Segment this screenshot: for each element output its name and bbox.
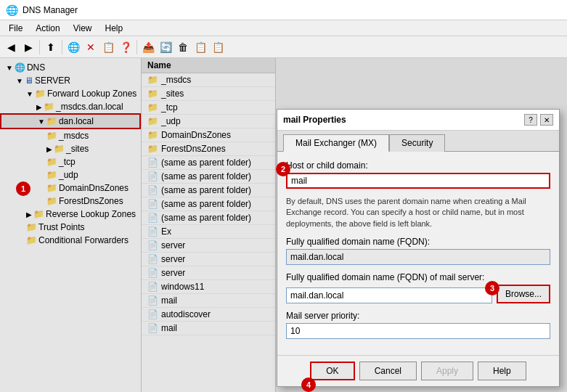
toolbar-forward[interactable]: ▶ — [20, 39, 36, 55]
host-input[interactable] — [286, 173, 550, 189]
dialog-tabs: Mail Exchanger (MX) Security — [277, 131, 559, 152]
toolbar: ◀ ▶ ⬆ 🌐 ✕ 📋 ❓ 📤 🔄 🗑 📋 📋 — [0, 36, 567, 58]
app-title: DNS Manager — [23, 5, 78, 15]
dialog-overlay: mail Properties ? ✕ Mail Exchanger (MX) … — [0, 58, 567, 392]
apply-button[interactable]: Apply — [421, 362, 473, 380]
cancel-button[interactable]: Cancel — [359, 362, 417, 380]
fqdn-input — [286, 249, 550, 265]
annotation-3: 3 — [485, 281, 499, 295]
toolbar-delete[interactable]: ✕ — [83, 39, 99, 55]
toolbar-sep-3 — [136, 40, 137, 54]
toolbar-help[interactable]: ❓ — [118, 39, 134, 55]
dialog-close-btn[interactable]: ✕ — [540, 114, 553, 126]
fqdn-server-field-group: Fully qualified domain name (FQDN) of ma… — [286, 272, 550, 303]
menu-bar: File Action View Help — [0, 20, 567, 36]
toolbar-refresh[interactable]: 🔄 — [158, 39, 174, 55]
dialog-title: mail Properties — [283, 115, 346, 125]
title-bar: 🌐 DNS Manager — [0, 0, 567, 20]
toolbar-properties[interactable]: 📋 — [100, 39, 116, 55]
ok-button[interactable]: OK — [310, 362, 354, 380]
toolbar-new-window[interactable]: 🗑 — [175, 39, 191, 55]
info-text: By default, DNS uses the parent domain n… — [286, 196, 550, 229]
toolbar-show-console[interactable]: 🌐 — [65, 39, 81, 55]
host-field-group: Host or child domain: — [286, 160, 550, 189]
dialog-title-bar: mail Properties ? ✕ — [277, 110, 559, 131]
priority-input[interactable] — [286, 323, 550, 339]
host-label: Host or child domain: — [286, 160, 550, 171]
menu-help[interactable]: Help — [99, 22, 129, 35]
fqdn-label: Fully qualified domain name (FQDN): — [286, 237, 550, 247]
toolbar-export[interactable]: 📤 — [140, 39, 156, 55]
toolbar-sep-1 — [39, 40, 40, 54]
tab-mail-exchanger[interactable]: Mail Exchanger (MX) — [283, 134, 389, 152]
annotation-1: 1 — [16, 181, 30, 196]
toolbar-back[interactable]: ◀ — [3, 39, 19, 55]
browse-button[interactable]: Browse... — [497, 285, 550, 303]
menu-action[interactable]: Action — [30, 22, 65, 35]
toolbar-up[interactable]: ⬆ — [43, 39, 59, 55]
mail-properties-dialog: mail Properties ? ✕ Mail Exchanger (MX) … — [277, 109, 560, 387]
toolbar-sep-2 — [62, 40, 62, 54]
toolbar-options[interactable]: 📋 — [192, 39, 208, 55]
dialog-controls: ? ✕ — [524, 114, 553, 126]
tab-security[interactable]: Security — [389, 134, 445, 152]
fqdn-server-label: Fully qualified domain name (FQDN) of ma… — [286, 272, 550, 282]
dialog-footer: OK Cancel Apply Help — [277, 355, 559, 386]
menu-file[interactable]: File — [3, 22, 28, 35]
fqdn-server-input[interactable] — [286, 287, 492, 303]
toolbar-split[interactable]: 📋 — [210, 39, 226, 55]
annotation-2: 2 — [276, 162, 290, 176]
fqdn-server-row: Browse... — [286, 285, 550, 303]
app-icon: 🌐 — [6, 4, 18, 16]
menu-view[interactable]: View — [68, 22, 98, 35]
help-button[interactable]: Help — [478, 362, 526, 380]
main-area: ▼ 🌐 DNS ▼ 🖥 SERVER ▼ 📁 Forward Lookup Zo… — [0, 58, 567, 392]
annotation-4: 4 — [301, 377, 316, 392]
dialog-help-btn[interactable]: ? — [524, 114, 537, 126]
priority-field-group: Mail server priority: — [286, 311, 550, 339]
priority-label: Mail server priority: — [286, 311, 550, 321]
fqdn-field-group: Fully qualified domain name (FQDN): — [286, 237, 550, 265]
dialog-body: Host or child domain: By default, DNS us… — [277, 152, 559, 355]
